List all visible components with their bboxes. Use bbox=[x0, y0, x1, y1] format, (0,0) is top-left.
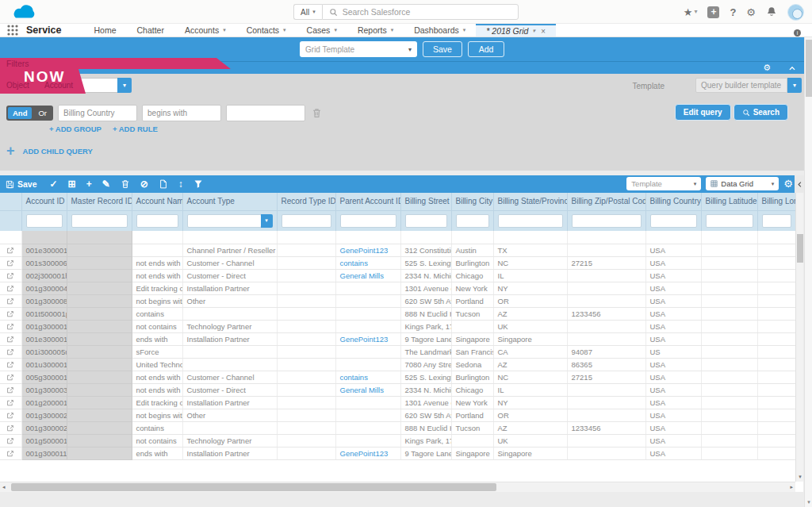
cell-billing_state[interactable]: AZ bbox=[493, 421, 567, 434]
nav-tab-accounts[interactable]: Accounts▾ bbox=[174, 24, 236, 36]
cell-billing_latitude[interactable] bbox=[701, 358, 757, 371]
cell-account_type[interactable] bbox=[182, 358, 277, 371]
column-header-account_id[interactable]: Account ID bbox=[21, 193, 67, 210]
cell-billing_street[interactable]: 525 S. Lexington bbox=[400, 371, 451, 383]
column-header-account_name[interactable]: Account Name bbox=[132, 193, 182, 210]
add-group-link[interactable]: + ADD GROUP bbox=[49, 125, 102, 133]
grid-horizontal-scrollbar[interactable]: ◂ ▸ bbox=[0, 482, 795, 492]
cell-billing_city[interactable]: New York bbox=[451, 396, 493, 409]
cell-billing_latitude[interactable] bbox=[701, 294, 757, 307]
cell-billing_state[interactable]: NC bbox=[493, 371, 567, 383]
cell-account_type[interactable]: Customer - Channel bbox=[182, 371, 277, 383]
nav-tab-dashboards[interactable]: Dashboards▾ bbox=[404, 24, 476, 36]
setup-gear-icon[interactable]: ⚙ bbox=[746, 7, 756, 17]
cell-billing_longitude[interactable] bbox=[757, 269, 795, 282]
cell-billing_city[interactable]: San Francisco bbox=[451, 345, 493, 358]
cell-parent_account_id[interactable] bbox=[335, 434, 400, 447]
nav-tab-reports[interactable]: Reports▾ bbox=[347, 24, 404, 36]
column-header-billing_state[interactable]: Billing State/Province bbox=[493, 193, 567, 210]
cell-account_name[interactable]: sForce bbox=[132, 345, 182, 358]
cell-record_type_id[interactable] bbox=[277, 282, 335, 294]
scroll-down-arrow[interactable]: ▾ bbox=[796, 474, 804, 480]
open-record-icon[interactable] bbox=[0, 383, 21, 396]
cell-billing_country[interactable]: USA bbox=[645, 396, 701, 409]
column-filter-account_id[interactable] bbox=[26, 214, 63, 228]
column-filter-billing_state[interactable] bbox=[498, 214, 563, 228]
cell-billing_longitude[interactable] bbox=[757, 371, 795, 383]
cell-billing_latitude[interactable] bbox=[701, 282, 757, 294]
cell-billing_country[interactable]: USA bbox=[645, 294, 701, 307]
cell-billing_latitude[interactable] bbox=[701, 320, 757, 332]
cell-billing_longitude[interactable] bbox=[757, 307, 795, 320]
cell-account_name[interactable]: not begins with bbox=[132, 409, 182, 421]
cell-account_name[interactable] bbox=[132, 231, 182, 244]
cell-record_type_id[interactable] bbox=[277, 421, 335, 434]
cell-record_type_id[interactable] bbox=[277, 256, 335, 269]
cell-billing_state[interactable]: Singapore bbox=[493, 447, 567, 459]
cell-parent_account_id[interactable]: GenePoint123 bbox=[335, 332, 400, 345]
cell-billing_state[interactable]: AZ bbox=[493, 307, 567, 320]
cell-billing_zip[interactable] bbox=[567, 294, 645, 307]
cell-billing_latitude[interactable] bbox=[701, 421, 757, 434]
chevron-down-icon[interactable]: ▾ bbox=[787, 78, 802, 93]
rule-operator-select[interactable]: begins with bbox=[142, 105, 221, 121]
cell-account_name[interactable]: contains bbox=[132, 307, 182, 320]
cell-record_type_id[interactable] bbox=[277, 434, 335, 447]
cell-billing_city[interactable]: Sedona bbox=[451, 358, 493, 371]
cell-parent_account_id[interactable]: GenePoint123 bbox=[335, 244, 400, 256]
column-filter-billing_street[interactable] bbox=[405, 214, 447, 228]
grid-template-select[interactable]: Grid Template ▾ bbox=[300, 41, 417, 57]
cell-billing_latitude[interactable] bbox=[701, 231, 757, 244]
cell-billing_longitude[interactable] bbox=[757, 383, 795, 396]
scroll-down-arrow[interactable]: ▾ bbox=[805, 499, 812, 505]
open-record-icon[interactable] bbox=[0, 307, 21, 320]
cell-billing_zip[interactable] bbox=[567, 396, 645, 409]
cell-billing_street[interactable]: 312 Constitution P bbox=[400, 244, 451, 256]
cell-billing_latitude[interactable] bbox=[701, 396, 757, 409]
open-record-icon[interactable] bbox=[0, 371, 21, 383]
open-record-icon[interactable] bbox=[0, 447, 21, 459]
open-record-icon[interactable] bbox=[0, 256, 21, 269]
cell-parent_account_id[interactable] bbox=[335, 231, 400, 244]
cell-billing_longitude[interactable] bbox=[757, 409, 795, 421]
cell-record_type_id[interactable] bbox=[277, 231, 335, 244]
cell-parent_account_id[interactable]: General Mills bbox=[335, 383, 400, 396]
ban-icon[interactable]: ⊘ bbox=[140, 179, 148, 189]
open-record-icon[interactable] bbox=[0, 320, 21, 332]
cell-account_name[interactable]: not ends with bbox=[132, 256, 182, 269]
cell-billing_zip[interactable]: 27215 bbox=[567, 371, 645, 383]
open-record-icon[interactable] bbox=[0, 282, 21, 294]
page-scrollbar[interactable]: ▾ bbox=[804, 37, 812, 507]
cell-account_type[interactable]: Customer - Channel bbox=[182, 256, 277, 269]
cell-parent_account_id[interactable] bbox=[335, 282, 400, 294]
add-template-button[interactable]: Add bbox=[468, 41, 504, 57]
scroll-right-arrow[interactable]: ▸ bbox=[790, 484, 793, 490]
grid-vertical-scrollbar[interactable]: ▾ bbox=[795, 193, 803, 482]
cell-billing_latitude[interactable] bbox=[701, 447, 757, 459]
cell-billing_city[interactable]: Tucson bbox=[451, 307, 493, 320]
cell-billing_street[interactable]: 620 SW 5th Avenu bbox=[400, 294, 451, 307]
cell-record_type_id[interactable] bbox=[277, 294, 335, 307]
column-header-billing_city[interactable]: Billing City bbox=[451, 193, 493, 210]
cell-billing_city[interactable]: Portland bbox=[451, 409, 493, 421]
column-filter-billing_city[interactable] bbox=[456, 214, 489, 228]
open-record-icon[interactable] bbox=[0, 434, 21, 447]
cell-billing_latitude[interactable] bbox=[701, 332, 757, 345]
filter-icon[interactable] bbox=[193, 179, 203, 189]
favorites-star-icon[interactable]: ★▾ bbox=[684, 7, 698, 17]
cell-billing_state[interactable]: NY bbox=[493, 282, 567, 294]
cell-billing_zip[interactable] bbox=[567, 332, 645, 345]
chevron-down-icon[interactable]: ▾ bbox=[261, 214, 273, 228]
help-icon[interactable]: ? bbox=[730, 7, 736, 17]
cell-billing_country[interactable]: USA bbox=[645, 320, 701, 332]
cell-billing_city[interactable] bbox=[451, 231, 493, 244]
open-record-icon[interactable] bbox=[0, 396, 21, 409]
cell-billing_state[interactable]: CA bbox=[493, 345, 567, 358]
cell-billing_country[interactable]: USA bbox=[645, 244, 701, 256]
cell-billing_street[interactable]: 2334 N. Michigan bbox=[400, 383, 451, 396]
add-favorite-icon[interactable]: + bbox=[707, 6, 719, 18]
cell-billing_latitude[interactable] bbox=[701, 409, 757, 421]
cell-billing_city[interactable]: Singapore bbox=[451, 447, 493, 459]
column-filter-billing_latitude[interactable] bbox=[706, 214, 753, 228]
cell-account_name[interactable]: ends with bbox=[132, 332, 182, 345]
